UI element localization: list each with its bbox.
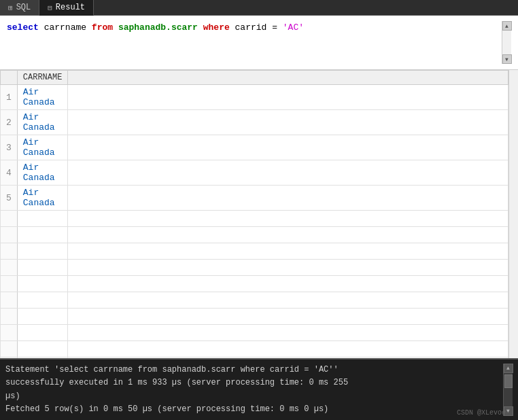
empty-row <box>1 309 508 325</box>
row-index-2: 2 <box>1 110 18 135</box>
status-scroll-up[interactable]: ▲ <box>504 364 513 373</box>
row-3-carrname: Air Canada <box>17 135 68 160</box>
row-2-carrname: Air Canada <box>17 110 68 135</box>
row-1-carrname: Air Canada <box>17 85 68 110</box>
sql-vertical-scrollbar[interactable]: ▲ ▼ <box>502 21 511 64</box>
row-index-1: 1 <box>1 85 18 110</box>
tab-sql[interactable]: ⊞ SQL <box>0 0 39 15</box>
tab-sql-label: SQL <box>16 3 31 12</box>
row-4-spacer <box>68 160 508 186</box>
status-line-3: µs) <box>5 390 503 403</box>
row-5-spacer <box>68 186 508 211</box>
tab-result-label: Result <box>56 3 85 12</box>
row-index-3: 3 <box>1 135 18 160</box>
table-row: 3 Air Canada <box>1 135 508 160</box>
status-log: Statement 'select carrname from saphanad… <box>5 364 503 416</box>
table-vertical-scrollbar[interactable] <box>508 70 518 358</box>
watermark: CSDN @XLevo# <box>457 408 506 419</box>
status-area: Statement 'select carrname from saphanad… <box>0 358 518 420</box>
status-line-4: Fetched 5 row(s) in 0 ms 50 µs (server p… <box>5 403 503 416</box>
row-index-4: 4 <box>1 160 18 186</box>
table-row: 1 Air Canada <box>1 85 508 110</box>
status-scrollbar-thumb[interactable] <box>504 374 513 388</box>
table-row: 4 Air Canada <box>1 160 508 186</box>
tab-bar: ⊞ SQL ⊟ Result <box>0 0 518 16</box>
results-table-wrapper: CARRNAME 1 Air Canada 2 Air Canada 3 Ai <box>0 70 518 358</box>
col-header-carrname: CARRNAME <box>17 71 68 85</box>
col-header-index <box>1 71 18 85</box>
scroll-up-arrow[interactable]: ▲ <box>502 21 512 31</box>
empty-row <box>1 292 508 309</box>
empty-row <box>1 243 508 260</box>
empty-row <box>1 227 508 243</box>
row-5-carrname: Air Canada <box>17 186 68 211</box>
results-area: CARRNAME 1 Air Canada 2 Air Canada 3 Ai <box>0 70 518 358</box>
sql-tab-icon: ⊞ <box>8 3 13 12</box>
row-3-spacer <box>68 135 508 160</box>
row-2-spacer <box>68 110 508 135</box>
col-header-spacer <box>68 71 508 85</box>
status-line-1: Statement 'select carrname from saphanad… <box>5 364 503 377</box>
results-table: CARRNAME 1 Air Canada 2 Air Canada 3 Ai <box>0 70 508 358</box>
table-row: 5 Air Canada <box>1 186 508 211</box>
status-line-2: successfully executed in 1 ms 933 µs (se… <box>5 377 503 389</box>
empty-row <box>1 276 508 292</box>
row-index-5: 5 <box>1 186 18 211</box>
row-1-spacer <box>68 85 508 110</box>
sql-editor: select carrname from saphanadb.scarr whe… <box>0 16 518 70</box>
empty-row <box>1 211 508 227</box>
empty-row <box>1 325 508 341</box>
tab-result[interactable]: ⊟ Result <box>39 0 94 16</box>
row-4-carrname: Air Canada <box>17 160 68 186</box>
result-tab-icon: ⊟ <box>48 3 52 12</box>
empty-row <box>1 260 508 276</box>
empty-row <box>1 341 508 357</box>
table-row: 2 Air Canada <box>1 110 508 135</box>
sql-query-text[interactable]: select carrname from saphanadb.scarr whe… <box>7 21 502 64</box>
scroll-down-arrow[interactable]: ▼ <box>502 54 512 64</box>
